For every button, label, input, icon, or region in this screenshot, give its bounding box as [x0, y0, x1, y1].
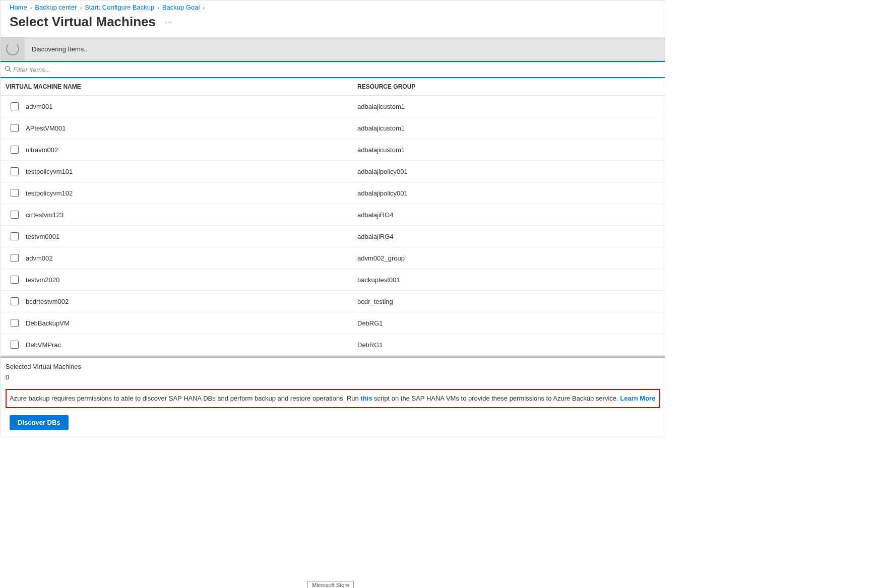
- vm-checkbox[interactable]: [11, 254, 19, 262]
- vm-name-cell: testvm0001: [26, 233, 357, 240]
- table-row[interactable]: crrtestvm123adbalajiRG4: [1, 204, 665, 226]
- vm-checkbox[interactable]: [11, 232, 19, 240]
- discover-dbs-button[interactable]: Discover DBs: [10, 415, 69, 430]
- vm-rg-cell: adbalajicustom1: [357, 103, 660, 110]
- vm-rg-cell: bcdr_testing: [357, 298, 660, 305]
- learn-more-link[interactable]: Learn More: [620, 395, 655, 402]
- spinner-container: [1, 37, 25, 61]
- table-header: VIRTUAL MACHINE NAME RESOURCE GROUP: [1, 78, 665, 96]
- table-row[interactable]: APtestVM001adbalajicustom1: [1, 117, 665, 139]
- breadcrumb-home[interactable]: Home: [10, 4, 27, 11]
- breadcrumb: Home › Backup center › Start: Configure …: [1, 1, 665, 12]
- filter-container: [1, 61, 665, 78]
- vm-rg-cell: adbalajicustom1: [357, 124, 660, 132]
- spinner-icon: [6, 42, 19, 55]
- table-row[interactable]: testvm2020backuptest001: [1, 269, 665, 291]
- table-row[interactable]: DebBackupVMDebRG1: [1, 312, 665, 334]
- vm-checkbox[interactable]: [11, 102, 19, 110]
- table-row[interactable]: testpolicyvm101adbalajipolicy001: [1, 161, 665, 182]
- filter-input[interactable]: [13, 66, 661, 74]
- permissions-callout: Azure backup requires permissions to abl…: [6, 389, 660, 408]
- vm-name-cell: testpolicyvm101: [26, 168, 357, 175]
- table-row[interactable]: advm002advm002_group: [1, 247, 665, 269]
- vm-checkbox[interactable]: [11, 211, 19, 219]
- vm-checkbox[interactable]: [11, 189, 19, 197]
- vm-name-cell: bcdrtestvm002: [26, 298, 357, 305]
- selected-count: 0: [6, 373, 660, 381]
- vm-checkbox[interactable]: [11, 297, 19, 305]
- breadcrumb-configure-backup[interactable]: Start: Configure Backup: [85, 4, 154, 11]
- table-row[interactable]: DebVMPracDebRG1: [1, 334, 665, 356]
- vm-checkbox[interactable]: [11, 124, 19, 132]
- callout-text-prefix: Azure backup requires permissions to abl…: [10, 395, 360, 402]
- selected-summary: Selected Virtual Machines 0: [1, 358, 665, 385]
- vm-checkbox[interactable]: [11, 341, 19, 349]
- table-row[interactable]: advm001adbalajicustom1: [1, 96, 665, 117]
- table-row[interactable]: testvm0001adbalajiRG4: [1, 226, 665, 247]
- page-title: Select Virtual Machines: [10, 14, 156, 30]
- vm-checkbox[interactable]: [11, 319, 19, 327]
- vm-rg-cell: DebRG1: [357, 341, 660, 349]
- vm-rg-cell: adbalajicustom1: [357, 146, 660, 154]
- status-bar: Discovering Items..: [1, 37, 665, 61]
- table-row[interactable]: ultravm002adbalajicustom1: [1, 139, 665, 161]
- vm-name-cell: testpolicyvm102: [26, 189, 357, 197]
- script-link[interactable]: this: [360, 395, 372, 402]
- vm-rg-cell: adbalajiRG4: [357, 233, 660, 240]
- vm-list: advm001adbalajicustom1APtestVM001adbalaj…: [1, 96, 665, 356]
- vm-checkbox[interactable]: [11, 276, 19, 284]
- vm-checkbox[interactable]: [11, 167, 19, 175]
- vm-checkbox[interactable]: [11, 146, 19, 154]
- callout-text-suffix: script on the SAP HANA VMs to provide th…: [372, 395, 620, 402]
- column-resource-group: RESOURCE GROUP: [357, 83, 660, 90]
- breadcrumb-backup-goal[interactable]: Backup Goal: [162, 4, 200, 11]
- vm-name-cell: crrtestvm123: [26, 211, 357, 219]
- status-text: Discovering Items..: [25, 45, 88, 53]
- svg-point-0: [6, 67, 10, 71]
- column-vm-name: VIRTUAL MACHINE NAME: [6, 83, 357, 90]
- vm-name-cell: testvm2020: [26, 276, 357, 284]
- vm-rg-cell: adbalajipolicy001: [357, 189, 660, 197]
- vm-rg-cell: advm002_group: [357, 254, 660, 262]
- table-row[interactable]: testpolicyvm102adbalajipolicy001: [1, 182, 665, 204]
- breadcrumb-backup-center[interactable]: Backup center: [35, 4, 77, 11]
- vm-rg-cell: adbalajipolicy001: [357, 168, 660, 175]
- chevron-right-icon: ›: [203, 5, 205, 11]
- chevron-right-icon: ›: [80, 5, 82, 11]
- vm-name-cell: advm001: [26, 103, 357, 110]
- selected-label: Selected Virtual Machines: [6, 363, 660, 370]
- chevron-right-icon: ›: [157, 5, 159, 11]
- more-actions-button[interactable]: ···: [165, 18, 172, 26]
- vm-name-cell: advm002: [26, 254, 357, 262]
- vm-name-cell: DebBackupVM: [26, 319, 357, 327]
- vm-name-cell: DebVMPrac: [26, 341, 357, 349]
- chevron-right-icon: ›: [30, 5, 32, 11]
- vm-rg-cell: backuptest001: [357, 276, 660, 284]
- table-row[interactable]: bcdrtestvm002bcdr_testing: [1, 291, 665, 312]
- vm-name-cell: ultravm002: [26, 146, 357, 154]
- search-icon: [5, 66, 11, 74]
- vm-rg-cell: adbalajiRG4: [357, 211, 660, 219]
- svg-line-1: [9, 70, 11, 72]
- vm-name-cell: APtestVM001: [26, 124, 357, 132]
- vm-rg-cell: DebRG1: [357, 319, 660, 327]
